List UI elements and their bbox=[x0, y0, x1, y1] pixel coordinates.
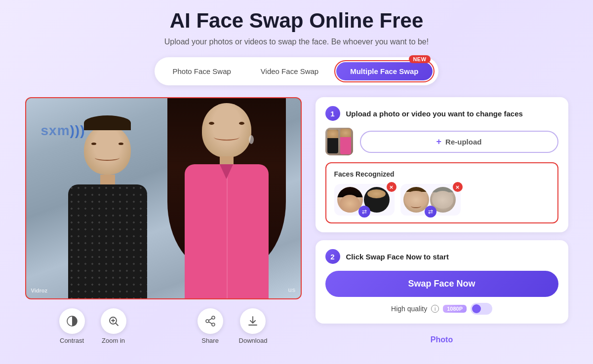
faces-row: × ⇄ bbox=[334, 184, 550, 216]
remove-face-pair-1-button[interactable]: × bbox=[387, 182, 396, 192]
new-badge: NEW bbox=[409, 55, 430, 63]
svg-point-7 bbox=[212, 323, 215, 326]
step2-card: 2 Click Swap Face Now to start Swap Face… bbox=[316, 240, 568, 324]
share-icon bbox=[204, 315, 216, 327]
swap-icon-1[interactable]: ⇄ bbox=[358, 206, 370, 218]
reupload-button[interactable]: + Re-upload bbox=[360, 131, 558, 153]
svg-point-6 bbox=[206, 320, 209, 323]
face-pair-1: × ⇄ bbox=[334, 184, 395, 216]
faces-recognized-card: Faces Recognized × ⇄ bbox=[325, 162, 558, 223]
step2-header: 2 Click Swap Face Now to start bbox=[325, 249, 558, 264]
step2-number: 2 bbox=[325, 249, 340, 264]
contrast-icon bbox=[66, 315, 78, 327]
toolbar-share[interactable]: Share bbox=[198, 308, 223, 344]
quality-info-icon[interactable]: i bbox=[431, 305, 439, 313]
page-title: AI Face Swap Online Free bbox=[170, 9, 424, 33]
main-content: sxm))) p⚬⚬⚬⚬ra bbox=[15, 97, 578, 344]
swap-icon-2[interactable]: ⇄ bbox=[425, 206, 436, 218]
download-icon-circle bbox=[240, 308, 266, 334]
svg-line-2 bbox=[116, 324, 118, 326]
download-icon bbox=[247, 315, 259, 327]
photo-background: sxm))) p⚬⚬⚬⚬ra bbox=[26, 98, 301, 298]
step1-title: Upload a photo or video you want to chan… bbox=[346, 109, 523, 118]
toolbar: Contrast Zoom in bbox=[59, 308, 268, 344]
left-panel: sxm))) p⚬⚬⚬⚬ra bbox=[25, 97, 302, 344]
remove-face-pair-2-button[interactable]: × bbox=[453, 182, 463, 192]
tab-multiple-wrapper: NEW Multiple Face Swap bbox=[334, 60, 434, 82]
reupload-plus-icon: + bbox=[436, 137, 442, 147]
quality-toggle[interactable] bbox=[471, 303, 492, 315]
download-label: Download bbox=[239, 337, 268, 344]
source-tag: us bbox=[288, 286, 295, 293]
svg-point-5 bbox=[212, 316, 215, 319]
person-female bbox=[167, 98, 286, 298]
contrast-icon-circle bbox=[59, 308, 85, 334]
toolbar-contrast[interactable]: Contrast bbox=[59, 308, 85, 344]
face-pair-2: × ⇄ bbox=[400, 184, 461, 216]
tab-bar: Photo Face Swap Video Face Swap NEW Mult… bbox=[155, 57, 438, 85]
person-male bbox=[53, 110, 162, 298]
zoom-in-label: Zoom in bbox=[102, 337, 125, 344]
right-panel: 1 Upload a photo or video you want to ch… bbox=[316, 97, 568, 344]
zoom-in-icon-circle bbox=[101, 308, 126, 334]
uploaded-thumbnail bbox=[325, 128, 353, 155]
main-image-wrapper: sxm))) p⚬⚬⚬⚬ra bbox=[25, 97, 302, 299]
svg-line-9 bbox=[208, 319, 212, 321]
step1-card: 1 Upload a photo or video you want to ch… bbox=[316, 97, 568, 232]
page-wrapper: AI Face Swap Online Free Upload your pho… bbox=[0, 0, 593, 364]
zoom-in-icon bbox=[108, 315, 119, 327]
upload-row: + Re-upload bbox=[325, 128, 558, 155]
reupload-label: Re-upload bbox=[445, 138, 481, 146]
share-icon-circle bbox=[198, 308, 223, 334]
contrast-label: Contrast bbox=[60, 337, 84, 344]
faces-title: Faces Recognized bbox=[334, 170, 550, 178]
photo-label: Photo bbox=[316, 335, 568, 344]
tab-video-face-swap[interactable]: Video Face Swap bbox=[247, 62, 332, 80]
step1-header: 1 Upload a photo or video you want to ch… bbox=[325, 106, 558, 121]
step2-title: Click Swap Face Now to start bbox=[346, 253, 449, 261]
quality-label: High quality bbox=[391, 305, 427, 313]
toolbar-download[interactable]: Download bbox=[239, 308, 268, 344]
share-label: Share bbox=[201, 337, 219, 344]
quality-badge: 1080P bbox=[443, 305, 467, 313]
svg-line-8 bbox=[208, 322, 212, 324]
swap-face-now-button[interactable]: Swap Face Now bbox=[325, 271, 558, 297]
quality-row: High quality i 1080P bbox=[325, 303, 558, 315]
toolbar-zoom-in[interactable]: Zoom in bbox=[101, 308, 126, 344]
step1-number: 1 bbox=[325, 106, 340, 121]
watermark-text: Vidroz bbox=[31, 288, 47, 293]
tab-photo-face-swap[interactable]: Photo Face Swap bbox=[158, 62, 244, 80]
tab-multiple-face-swap[interactable]: Multiple Face Swap bbox=[336, 62, 432, 80]
page-subtitle: Upload your photos or videos to swap the… bbox=[164, 37, 429, 46]
